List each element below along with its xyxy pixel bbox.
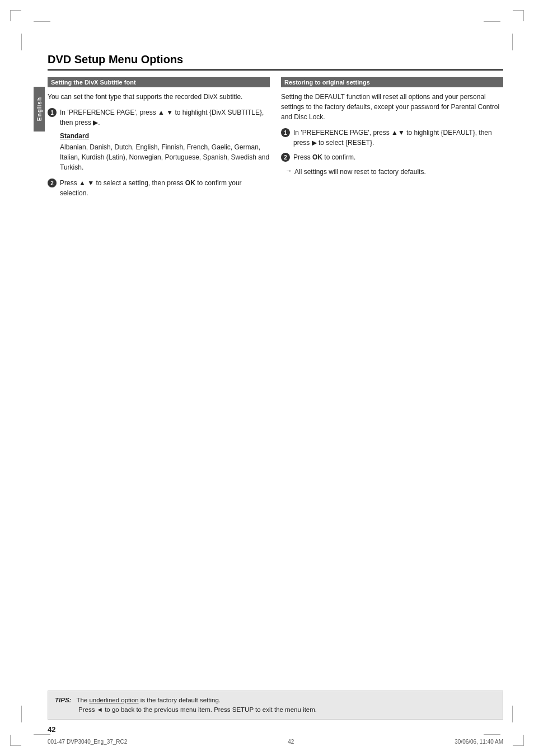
corner-mark-bl [10, 735, 21, 746]
left-step-1: 1 In 'PREFERENCE PAGE', press ▲ ▼ to hig… [48, 107, 270, 128]
arrow-icon: → [285, 167, 292, 175]
standard-subheading: Standard [60, 132, 270, 140]
page-title: DVD Setup Menu Options [48, 53, 503, 71]
arrow-bullet: → All settings will now reset to factory… [285, 167, 503, 177]
tips-line1: The underlined option is the factory def… [76, 697, 221, 703]
side-mark-top-right [484, 21, 500, 22]
ok-bold-right: OK [312, 153, 322, 161]
standard-fonts-text: Albanian, Danish, Dutch, English, Finnis… [60, 142, 270, 172]
step-number-1-right: 1 [281, 128, 290, 137]
left-step-2: 2 Press ▲ ▼ to select a setting, then pr… [48, 178, 270, 198]
right-column: Restoring to original settings Setting t… [281, 77, 503, 203]
side-mark-left-top [21, 34, 22, 50]
ok-bold-left: OK [185, 179, 195, 187]
right-step-2: 2 Press OK to confirm. [281, 152, 503, 162]
corner-mark-tl [10, 10, 21, 21]
right-step-1-text: In 'PREFERENCE PAGE', press ▲▼ to highli… [293, 128, 503, 148]
underlined-option: underlined option [89, 697, 138, 703]
right-step-2-text: Press OK to confirm. [293, 152, 503, 162]
two-column-layout: Setting the DivX Subtitle font You can s… [48, 77, 503, 203]
side-mark-right-top [512, 34, 513, 50]
left-intro-text: You can set the font type that supports … [48, 92, 270, 102]
right-section-header: Restoring to original settings [281, 77, 503, 87]
tips-label: TIPS: [55, 697, 71, 703]
side-mark-bottom-right [484, 734, 500, 735]
tips-line2: Press ◄ to go back to the previous menu … [78, 706, 317, 713]
arrow-text: All settings will now reset to factory d… [294, 167, 426, 177]
corner-mark-tr [513, 10, 524, 21]
step-number-1-left: 1 [48, 108, 57, 117]
left-step-2-text: Press ▲ ▼ to select a setting, then pres… [60, 178, 270, 198]
side-mark-right-bottom [512, 706, 513, 722]
right-intro-text: Setting the DEFAULT function will reset … [281, 92, 503, 122]
step-number-2-left: 2 [48, 179, 57, 187]
main-content: DVD Setup Menu Options Setting the DivX … [48, 53, 503, 708]
tips-box: TIPS: The underlined option is the facto… [48, 691, 503, 720]
footer: 001-47 DVP3040_Eng_37_RC2 42 30/06/06, 1… [48, 739, 503, 745]
sidebar-language-label: English [34, 87, 45, 132]
step-number-2-right: 2 [281, 153, 290, 162]
side-mark-left-bottom [21, 706, 22, 722]
right-step-1: 1 In 'PREFERENCE PAGE', press ▲▼ to high… [281, 128, 503, 148]
footer-left: 001-47 DVP3040_Eng_37_RC2 [48, 739, 127, 745]
left-step-1-text: In 'PREFERENCE PAGE', press ▲ ▼ to highl… [60, 107, 270, 128]
left-section-header: Setting the DivX Subtitle font [48, 77, 270, 87]
footer-right: 30/06/06, 11:40 AM [455, 739, 503, 745]
side-mark-bottom-left [34, 734, 50, 735]
footer-center: 42 [288, 739, 294, 745]
left-column: Setting the DivX Subtitle font You can s… [48, 77, 270, 203]
page-number: 42 [48, 725, 55, 734]
side-mark-top-left [34, 21, 50, 22]
corner-mark-br [513, 735, 524, 746]
